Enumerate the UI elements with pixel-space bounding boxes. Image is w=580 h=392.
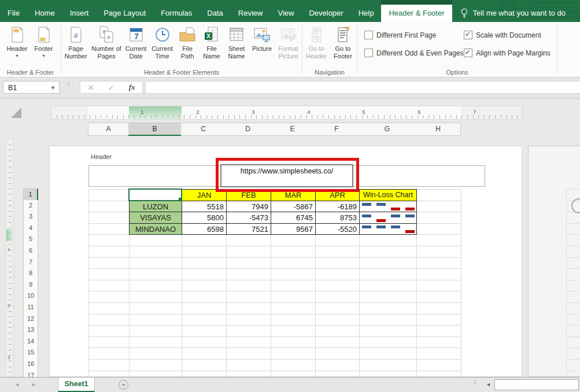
winloss-positive-dash	[362, 215, 371, 217]
row-header-3[interactable]: 3	[23, 211, 38, 223]
cell-grid[interactable]: JANFEBMARAPRWin-Loss ChartLUZON55187949-…	[88, 189, 461, 377]
header-center-section[interactable]: https://www.simplesheets.co/	[220, 164, 353, 187]
cell-region-VISAYAS[interactable]: VISAYAS	[129, 212, 182, 224]
cell-value[interactable]: -5867	[271, 201, 316, 213]
enter-icon[interactable]: ✓	[108, 83, 114, 92]
column-header-A[interactable]: A	[88, 123, 129, 136]
cell-winloss-sparkline-VISAYAS[interactable]	[359, 212, 417, 224]
cell-value[interactable]: 5800	[182, 212, 227, 224]
cell-value[interactable]: 7949	[226, 201, 271, 213]
tab-home[interactable]: Home	[27, 5, 62, 22]
tab-view[interactable]: View	[270, 5, 301, 22]
cell-winloss-header[interactable]: Win-Loss Chart	[359, 189, 417, 201]
current-time-button[interactable]: Current Time	[149, 24, 175, 60]
row-header-5[interactable]: 5	[23, 234, 38, 246]
cell-value[interactable]: -5473	[226, 212, 271, 224]
current-date-button[interactable]: 7 Current Date	[123, 24, 149, 60]
hscroll-thumb[interactable]	[494, 379, 579, 390]
tab-formulas[interactable]: Formulas	[153, 5, 200, 22]
chevron-down-icon[interactable]: ▼	[50, 82, 56, 94]
cell-month-header-FEB[interactable]: FEB	[226, 189, 271, 201]
row-header-13[interactable]: 13	[23, 324, 38, 336]
checkbox-different-odd-even[interactable]: Different Odd & Even Pages	[364, 49, 464, 57]
picture-button[interactable]: Picture	[249, 24, 275, 53]
row-header-11[interactable]: 11	[23, 302, 38, 314]
row-header-7[interactable]: 7	[23, 257, 38, 269]
ruler-corner-triangle[interactable]	[11, 108, 21, 118]
cell-value[interactable]: 6745	[271, 212, 316, 224]
footer-icon	[35, 25, 53, 44]
gridline-h	[566, 223, 580, 224]
row-header-1[interactable]: 1	[23, 188, 38, 201]
row-header-17[interactable]: 17	[23, 370, 38, 377]
row-header-14[interactable]: 14	[23, 336, 38, 348]
tab-developer[interactable]: Developer	[301, 5, 350, 22]
tell-me-box[interactable]: Tell me what you want to do	[452, 5, 574, 22]
column-header-D[interactable]: D	[226, 123, 271, 136]
sheet-name-button[interactable]: Sheet Name	[224, 24, 249, 60]
tab-review[interactable]: Review	[231, 5, 271, 22]
column-header-G[interactable]: G	[359, 123, 416, 136]
cell-month-header-APR[interactable]: APR	[315, 189, 360, 201]
formula-bar-grip[interactable]: ⁞	[68, 81, 69, 87]
sheet-nav-left-icon[interactable]: ◄	[14, 382, 20, 387]
footer-button[interactable]: Footer ▾	[31, 24, 57, 58]
header-url-text[interactable]: https://www.simplesheets.co/	[241, 167, 333, 175]
checkbox-align-page-margins[interactable]: Align with Page Margins	[464, 49, 551, 57]
cell-value[interactable]: -5520	[315, 223, 360, 235]
page-number-button[interactable]: # Page Number	[61, 24, 90, 60]
number-of-pages-button[interactable]: ## Number of Pages	[90, 24, 123, 60]
tab-data[interactable]: Data	[200, 5, 230, 22]
cell-value[interactable]: -6189	[315, 201, 360, 213]
sheet-nav-right-icon[interactable]: ►	[31, 382, 36, 387]
column-header-C[interactable]: C	[181, 123, 226, 136]
go-to-footer-button[interactable]: Go to Footer	[330, 24, 356, 60]
file-name-button[interactable]: X File Name	[200, 24, 224, 60]
cell-month-header-MAR[interactable]: MAR	[271, 189, 316, 201]
fill-handle[interactable]	[178, 197, 182, 201]
cell-value[interactable]: 5518	[182, 201, 227, 213]
cell-region-MINDANAO[interactable]: MINDANAO	[129, 223, 182, 235]
cell-winloss-sparkline-MINDANAO[interactable]	[359, 223, 417, 235]
row-header-16[interactable]: 16	[23, 358, 38, 371]
row-header-9[interactable]: 9	[23, 279, 38, 291]
hscroll-left-icon[interactable]: ◄	[486, 382, 491, 387]
tab-insert[interactable]: Insert	[62, 5, 97, 22]
checkbox-different-first-page[interactable]: Different First Page	[364, 31, 436, 39]
tab-page-layout[interactable]: Page Layout	[96, 5, 153, 22]
row-header-12[interactable]: 12	[23, 313, 38, 326]
row-header-10[interactable]: 10	[23, 290, 38, 302]
row-header-8[interactable]: 8	[23, 268, 38, 280]
cell-value[interactable]: 7521	[226, 223, 271, 235]
formula-input[interactable]	[145, 81, 580, 94]
new-sheet-button[interactable]: +	[119, 380, 128, 390]
column-header-F[interactable]: F	[315, 123, 359, 136]
column-header-B[interactable]: B	[128, 123, 182, 136]
row-header-4[interactable]: 4	[23, 223, 38, 235]
cell-month-header-JAN[interactable]: JAN	[182, 189, 227, 201]
cell-B1-selected[interactable]	[128, 188, 182, 201]
row-header-6[interactable]: 6	[23, 245, 38, 257]
column-header-E[interactable]: E	[270, 123, 315, 136]
name-box[interactable]: B1 ▼	[3, 81, 60, 94]
cell-region-LUZON[interactable]: LUZON	[129, 201, 182, 213]
cancel-icon[interactable]: ✕	[87, 83, 94, 92]
cell-value[interactable]: 9567	[271, 223, 316, 235]
sheet-tab-sheet1[interactable]: Sheet1	[58, 378, 95, 392]
cell-value[interactable]: 8753	[315, 212, 360, 224]
cell-winloss-sparkline-LUZON[interactable]	[359, 201, 417, 213]
tab-header-and-footer-active[interactable]: Header & Footer	[381, 5, 452, 22]
tab-help[interactable]: Help	[351, 5, 382, 22]
checkbox-scale-with-document[interactable]: Scale with Document	[464, 31, 541, 39]
column-header-H[interactable]: H	[416, 123, 461, 136]
vertical-ruler[interactable]: 123	[6, 139, 13, 377]
cell-value[interactable]: 6598	[182, 223, 227, 235]
header-button[interactable]: Header ▾	[4, 24, 31, 58]
row-header-2[interactable]: 2	[23, 200, 38, 212]
tab-bar-grip[interactable]: ⁞	[474, 380, 476, 385]
insert-function-icon[interactable]: fx	[129, 83, 135, 92]
tab-file[interactable]: File	[0, 5, 27, 22]
file-path-button[interactable]: File Path	[175, 24, 200, 60]
row-header-15[interactable]: 15	[23, 347, 38, 359]
horizontal-ruler[interactable]: 1234567	[51, 106, 522, 120]
